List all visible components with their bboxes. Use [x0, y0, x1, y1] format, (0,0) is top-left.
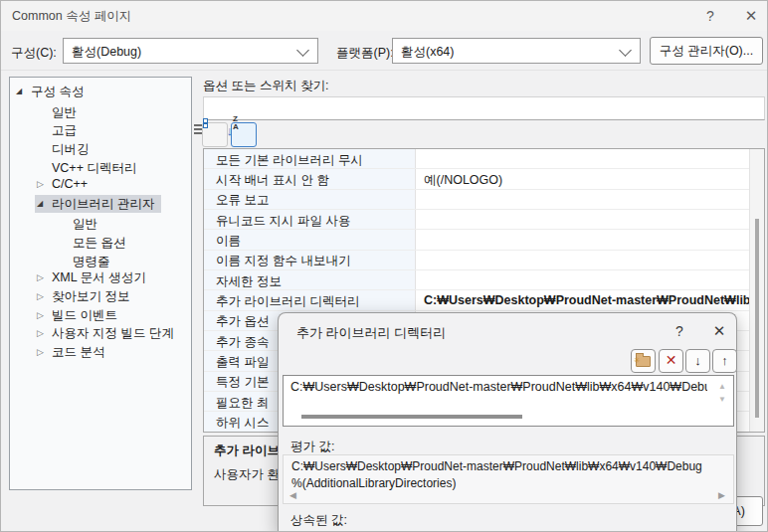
- tree-item[interactable]: ▷사용자 지정 빌드 단계: [10, 323, 191, 342]
- property-row[interactable]: 모든 기본 라이브러리 무시: [204, 149, 750, 169]
- tree-item-label: 구성 속성: [31, 83, 84, 101]
- configuration-manager-button[interactable]: 구성 관리자(O)...: [650, 37, 763, 65]
- tree-collapsed-arrow-icon[interactable]: ▷: [37, 324, 52, 343]
- scroll-left-icon[interactable]: ◀: [289, 490, 296, 500]
- tree-item-label: 찾아보기 정보: [52, 287, 129, 306]
- property-value[interactable]: 예(/NOLOGO): [416, 169, 750, 188]
- tree-item[interactable]: 모든 옵션: [10, 230, 191, 249]
- vertical-scrollbar[interactable]: [749, 149, 764, 432]
- help-button[interactable]: ?: [694, 4, 726, 28]
- property-name: 추가 라이브러리 디렉터리: [204, 290, 416, 309]
- search-input[interactable]: [203, 96, 765, 120]
- property-name: 유니코드 지시 파일 사용: [204, 210, 416, 229]
- property-name: 이름 지정 함수 내보내기: [204, 251, 416, 269]
- new-line-button[interactable]: ✳: [631, 349, 656, 373]
- tree-item[interactable]: 디버깅: [10, 136, 191, 155]
- configuration-dropdown[interactable]: 활성(Debug): [63, 38, 318, 64]
- tree-item-label: C/C++: [52, 175, 88, 194]
- property-row[interactable]: 이름 지정 함수 내보내기: [204, 251, 750, 270]
- tree-collapsed-arrow-icon[interactable]: ▷: [37, 343, 52, 362]
- property-row[interactable]: 자세한 정보: [204, 270, 750, 290]
- tree-item[interactable]: 일반: [10, 212, 191, 231]
- move-down-button[interactable]: ↓: [685, 349, 710, 373]
- platform-label: 플랫폼(P):: [336, 45, 394, 62]
- tree-item-label: 사용자 지정 빌드 단계: [52, 324, 174, 343]
- config-tree[interactable]: ◢구성 속성일반고급디버깅VC++ 디렉터리▷C/C++◢라이브러리 관리자일반…: [9, 77, 192, 490]
- tree-collapsed-arrow-icon[interactable]: ▷: [37, 287, 52, 306]
- delete-x-icon: ✕: [666, 352, 677, 368]
- property-row[interactable]: 이름: [204, 230, 750, 250]
- header-separator: [1, 70, 768, 71]
- evaluated-value-label: 평가 값:: [290, 439, 334, 455]
- scroll-down-icon[interactable]: ▼: [718, 395, 726, 404]
- window-title: Common 속성 페이지: [12, 8, 131, 25]
- property-value[interactable]: [416, 270, 750, 289]
- configuration-value: 활성(Debug): [72, 44, 141, 61]
- tree-item-label: 라이브러리 관리자: [52, 195, 154, 214]
- evaluated-value-line1: C:₩Users₩Desktop₩ProudNet-master₩ProudNe…: [291, 459, 727, 473]
- evaluated-value-box: C:₩Users₩Desktop₩ProudNet-master₩ProudNe…: [283, 454, 734, 504]
- tree-item[interactable]: 일반: [10, 99, 191, 118]
- arrow-up-icon: ↑: [721, 353, 728, 368]
- delete-button[interactable]: ✕: [659, 349, 683, 373]
- popup-close-button[interactable]: ✕: [704, 319, 734, 343]
- configuration-label: 구성(C):: [11, 45, 57, 62]
- property-value[interactable]: [416, 149, 750, 168]
- scroll-up-icon[interactable]: ▲: [718, 382, 726, 391]
- move-up-button[interactable]: ↑: [712, 349, 737, 373]
- horizontal-scrollbar-thumb[interactable]: [301, 415, 522, 419]
- tree-item[interactable]: ◢구성 속성: [10, 81, 191, 99]
- directories-edit-box[interactable]: C:₩Users₩Desktop₩ProudNet-master₩ProudNe…: [283, 375, 734, 427]
- tree-item[interactable]: ▷코드 분석: [10, 342, 191, 361]
- popup-title: 추가 라이브러리 디렉터리: [296, 324, 446, 342]
- tree-item[interactable]: 명령줄: [10, 249, 191, 267]
- property-value[interactable]: [416, 251, 750, 269]
- tree-item-label: 빌드 이벤트: [52, 306, 117, 325]
- property-row[interactable]: 시작 배너 표시 안 함예(/NOLOGO): [204, 169, 750, 189]
- property-name: 오류 보고: [204, 190, 416, 209]
- platform-value: 활성(x64): [401, 44, 454, 61]
- platform-dropdown[interactable]: 활성(x64): [392, 38, 641, 64]
- tree-expanded-arrow-icon[interactable]: ◢: [37, 195, 52, 214]
- tree-collapsed-arrow-icon[interactable]: ▷: [37, 306, 52, 325]
- tree-item[interactable]: ▷빌드 이벤트: [10, 305, 191, 324]
- property-row[interactable]: 유니코드 지시 파일 사용: [204, 210, 750, 230]
- directory-path-text[interactable]: C:₩Users₩Desktop₩ProudNet-master₩ProudNe…: [290, 380, 707, 394]
- property-value[interactable]: [416, 190, 750, 209]
- window-titlebar: Common 속성 페이지 ? ✕: [1, 1, 767, 31]
- property-row[interactable]: 오류 보고: [204, 190, 750, 210]
- new-folder-icon: ✳: [636, 356, 651, 367]
- property-name: 시작 배너 표시 안 함: [204, 169, 416, 188]
- tree-item[interactable]: ◢라이브러리 관리자: [10, 193, 191, 212]
- chevron-down-icon: [619, 44, 632, 57]
- sort-alphabetical-button[interactable]: A Z ↓: [231, 122, 257, 147]
- tree-item[interactable]: ▷찾아보기 정보: [10, 286, 191, 305]
- chevron-down-icon: [296, 44, 309, 57]
- tree-item-label: XML 문서 생성기: [52, 268, 146, 287]
- tree-item-label: 코드 분석: [52, 343, 104, 362]
- additional-library-directories-dialog: 추가 라이브러리 디렉터리 ? ✕ ✳ ✕ ↓ ↑ C:₩Users₩Deskt…: [278, 312, 737, 532]
- properties-dialog: Common 속성 페이지 ? ✕ 구성(C): 활성(Debug) 플랫폼(P…: [0, 0, 768, 532]
- popup-help-button[interactable]: ?: [665, 319, 694, 343]
- tree-item[interactable]: VC++ 디렉터리: [10, 155, 191, 174]
- tree-item[interactable]: ▷XML 문서 생성기: [10, 267, 191, 286]
- categorized-view-button[interactable]: [202, 122, 228, 147]
- search-label: 옵션 또는 스위치 찾기:: [203, 78, 328, 94]
- property-name: 이름: [204, 230, 416, 249]
- evaluated-value-line2: %(AdditionalLibraryDirectories): [291, 476, 456, 490]
- tree-expanded-arrow-icon[interactable]: ◢: [16, 83, 31, 101]
- scrollbar-thumb[interactable]: [755, 219, 759, 418]
- tree-collapsed-arrow-icon[interactable]: ▷: [37, 175, 52, 194]
- property-row[interactable]: 추가 라이브러리 디렉터리C:₩Users₩Desktop₩ProudNet-m…: [204, 290, 750, 310]
- inherited-values-label: 상속된 값:: [290, 512, 347, 529]
- tree-collapsed-arrow-icon[interactable]: ▷: [37, 268, 52, 287]
- scroll-right-icon[interactable]: ▶: [718, 490, 725, 500]
- property-value[interactable]: [416, 230, 750, 249]
- property-value[interactable]: [416, 210, 750, 229]
- arrow-down-icon: ↓: [694, 353, 701, 368]
- tree-item[interactable]: 고급: [10, 118, 191, 137]
- property-value[interactable]: C:₩Users₩Desktop₩ProudNet-master₩ProudNe…: [416, 290, 750, 309]
- close-button[interactable]: ✕: [735, 4, 767, 28]
- property-name: 자세한 정보: [204, 270, 416, 289]
- property-name: 모든 기본 라이브러리 무시: [204, 149, 416, 168]
